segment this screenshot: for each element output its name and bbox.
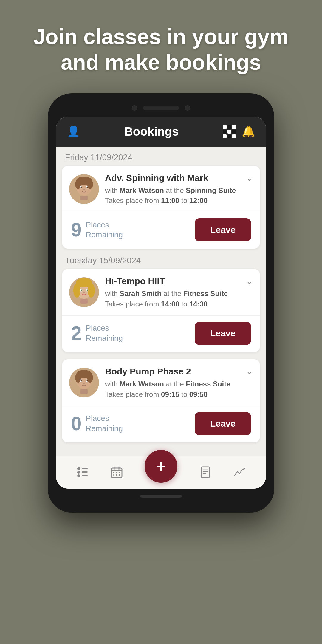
- places-info-hiit: 2 PlacesRemaining: [71, 323, 123, 343]
- time-from-spinning: 11:00: [161, 196, 179, 205]
- svg-rect-1: [80, 196, 88, 200]
- class-card-footer-spinning: 9 PlacesRemaining Leave: [62, 212, 260, 249]
- time-from-hiit: 14:00: [161, 300, 179, 308]
- places-info-bodypump: 0 PlacesRemaining: [71, 414, 123, 434]
- header-right-icons: 🔔: [223, 125, 255, 138]
- classes-icon: [76, 466, 89, 479]
- class-subtitle-bodypump: with Mark Watson at the Fitness Suite: [105, 379, 253, 389]
- bottom-nav: +: [56, 456, 266, 489]
- places-number-bodypump: 0: [71, 414, 82, 433]
- svg-point-8: [81, 186, 82, 188]
- class-card-hiit: Hi-Tempo HIIT ⌄ with Sarah Smith at the …: [62, 269, 260, 352]
- svg-rect-51: [201, 467, 210, 478]
- places-label-spinning: PlacesRemaining: [86, 220, 123, 240]
- svg-rect-17: [76, 286, 80, 295]
- avatar-mark-2: [69, 368, 99, 397]
- class-subtitle-hiit: with Sarah Smith at the Fitness Suite: [105, 289, 253, 299]
- time-to-hiit: 14:30: [189, 300, 208, 308]
- leave-btn-spinning[interactable]: Leave: [195, 218, 251, 242]
- hero-title: Join classes in your gym and make bookin…: [18, 24, 304, 75]
- nav-item-progress[interactable]: [233, 466, 246, 479]
- class-info-spinning: Adv. Spinning with Mark ⌄ with Mark Wats…: [105, 173, 253, 205]
- class-card-bodypump: Body Pump Phase 2 ⌄ with Mark Watson at …: [62, 359, 260, 442]
- class-time-spinning: Takes place from 11:00 to 12:00: [105, 196, 253, 205]
- profile-icon[interactable]: 👤: [67, 125, 80, 138]
- app-title: Bookings: [124, 125, 179, 138]
- svg-rect-48: [113, 474, 114, 476]
- qr-icon[interactable]: [223, 125, 236, 138]
- svg-point-10: [83, 189, 85, 190]
- svg-rect-38: [82, 471, 88, 473]
- phone-speaker: [143, 106, 179, 110]
- svg-rect-46: [116, 472, 117, 473]
- svg-point-34: [83, 383, 85, 384]
- class-info-hiit: Hi-Tempo HIIT ⌄ with Sarah Smith at the …: [105, 276, 253, 308]
- instructor-bodypump: Mark Watson: [120, 380, 164, 388]
- svg-rect-49: [116, 474, 117, 476]
- bookings-list: Friday 11/09/2024: [56, 147, 266, 450]
- class-name-spinning: Adv. Spinning with Mark: [105, 173, 208, 183]
- places-number-spinning: 9: [71, 220, 82, 239]
- svg-point-33: [87, 380, 88, 381]
- svg-rect-25: [80, 389, 88, 394]
- class-time-hiit: Takes place from 14:00 to 14:30: [105, 300, 253, 308]
- svg-rect-50: [119, 474, 120, 476]
- fab-add-button[interactable]: +: [145, 450, 177, 483]
- chevron-down-spinning[interactable]: ⌄: [246, 173, 253, 183]
- class-card-footer-bodypump: 0 PlacesRemaining Leave: [62, 406, 260, 442]
- phone-home-bar: [140, 495, 182, 498]
- avatar-mark-1: [69, 174, 99, 204]
- class-time-bodypump: Takes place from 09:15 to 09:50: [105, 390, 253, 399]
- date-tuesday: Tuesday 15/09/2024: [56, 250, 266, 269]
- phone-notch: [56, 105, 266, 111]
- class-card-header-bodypump: Body Pump Phase 2 ⌄ with Mark Watson at …: [62, 359, 260, 406]
- places-label-bodypump: PlacesRemaining: [86, 414, 123, 434]
- nav-item-bookings[interactable]: [199, 466, 212, 479]
- places-label-hiit: PlacesRemaining: [86, 323, 123, 343]
- svg-point-35: [77, 467, 80, 470]
- time-to-bodypump: 09:50: [189, 390, 208, 398]
- bell-icon[interactable]: 🔔: [242, 125, 255, 138]
- svg-rect-18: [88, 286, 92, 295]
- svg-point-23: [83, 292, 85, 293]
- svg-rect-47: [119, 472, 120, 473]
- leave-btn-hiit[interactable]: Leave: [195, 322, 251, 345]
- leave-btn-bodypump[interactable]: Leave: [195, 412, 251, 435]
- app-header: 👤 Bookings 🔔: [56, 117, 266, 147]
- nav-item-calendar[interactable]: [110, 466, 123, 479]
- chevron-down-bodypump[interactable]: ⌄: [246, 366, 253, 376]
- phone-screen: 👤 Bookings 🔔 Friday 11/09/2024: [56, 117, 266, 489]
- bookings-icon: [199, 466, 212, 479]
- location-bodypump: Fitness Suite: [186, 380, 230, 388]
- nav-item-classes[interactable]: [76, 466, 89, 479]
- places-number-hiit: 2: [71, 324, 82, 343]
- svg-rect-12: [80, 299, 88, 304]
- calendar-icon: [110, 466, 123, 479]
- progress-icon: [233, 466, 246, 479]
- hero-section: Join classes in your gym and make bookin…: [0, 0, 322, 93]
- class-info-bodypump: Body Pump Phase 2 ⌄ with Mark Watson at …: [105, 366, 253, 399]
- svg-point-37: [77, 471, 80, 474]
- location-hiit: Fitness Suite: [183, 290, 228, 298]
- svg-rect-36: [82, 468, 88, 469]
- phone-frame: 👤 Bookings 🔔 Friday 11/09/2024: [48, 93, 274, 513]
- class-card-footer-hiit: 2 PlacesRemaining Leave: [62, 315, 260, 352]
- instructor-spinning: Mark Watson: [120, 186, 164, 194]
- time-to-spinning: 12:00: [189, 196, 208, 205]
- places-info-spinning: 9 PlacesRemaining: [71, 220, 123, 240]
- class-subtitle-spinning: with Mark Watson at the Spinning Suite: [105, 185, 253, 196]
- svg-rect-40: [82, 475, 88, 476]
- avatar-sarah: [69, 277, 99, 307]
- instructor-hiit: Sarah Smith: [120, 290, 161, 298]
- date-friday: Friday 11/09/2024: [56, 147, 266, 166]
- class-name-hiit: Hi-Tempo HIIT: [105, 276, 165, 286]
- chevron-down-hiit[interactable]: ⌄: [246, 276, 253, 286]
- class-card-header-spinning: Adv. Spinning with Mark ⌄ with Mark Wats…: [62, 166, 260, 212]
- location-spinning: Spinning Suite: [186, 186, 236, 194]
- phone-home-bar-area: [56, 495, 266, 498]
- svg-point-21: [81, 290, 82, 291]
- svg-point-22: [87, 290, 88, 291]
- time-from-bodypump: 09:15: [161, 390, 179, 398]
- fab-plus-icon: +: [156, 457, 166, 475]
- phone-camera-2: [185, 105, 190, 111]
